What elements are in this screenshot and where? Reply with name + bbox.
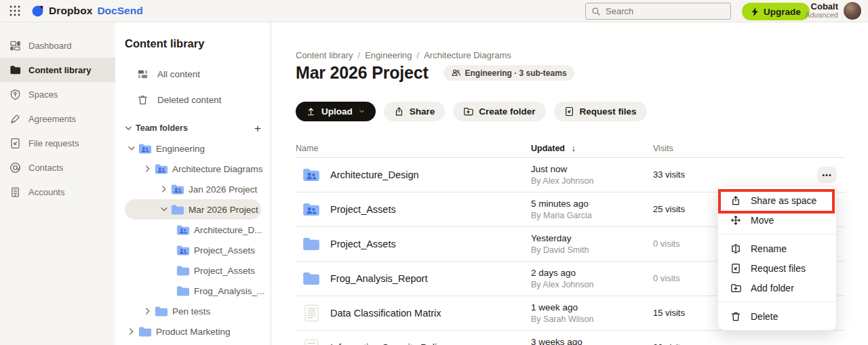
tree-item-project-assets[interactable]: Project_Assets [125, 260, 261, 281]
request-files-button[interactable]: Request files [554, 102, 647, 121]
trash-icon [730, 311, 741, 322]
sidebar-item-contacts[interactable]: Contacts [0, 155, 115, 180]
column-header-updated[interactable]: Updated ↓ [531, 144, 576, 153]
brand-logo[interactable]: Dropbox DocSend [31, 5, 143, 18]
breadcrumb-item-architecture-diagrams[interactable]: Architecture Diagrams [424, 50, 511, 60]
sidebar-item-accounts[interactable]: Accounts [0, 180, 115, 204]
folder-icon [155, 306, 168, 317]
menu-item-request-files[interactable]: Request files [718, 258, 836, 278]
chevron-down-icon [126, 143, 137, 154]
dropbox-logo-icon [31, 5, 44, 18]
top-bar: Dropbox DocSend Upgrade Cobalt Advanced [0, 0, 868, 22]
tree-item-architecture-d[interactable]: Architecture_D... [125, 220, 261, 240]
share-icon [394, 106, 404, 117]
menu-item-move[interactable]: Move [718, 210, 836, 230]
team-folders-label: Team folders [136, 123, 188, 133]
file-request-icon [730, 263, 741, 274]
tree-item-product-marketing[interactable]: Product Marketing [125, 321, 261, 342]
folder-tree: Engineering Architecture Diagrams Jan 20… [115, 138, 271, 342]
user-info: Cobalt Advanced [805, 2, 838, 20]
row-name: Project_Assets [330, 239, 396, 249]
upgrade-button[interactable]: Upgrade [742, 3, 810, 20]
row-updated: 1 week ago [531, 302, 578, 312]
menu-item-share-as-space[interactable]: Share as space [718, 190, 836, 210]
tree-item-frog-analysis[interactable]: Frog_Analysis_... [125, 281, 261, 301]
tree-item-jan-2026-project[interactable]: Jan 2026 Project [125, 179, 261, 199]
rename-icon [730, 243, 741, 254]
upload-icon [306, 106, 316, 117]
column-header-visits[interactable]: Visits [653, 144, 673, 153]
share-icon [730, 195, 741, 206]
tree-item-label: Frog_Analysis_... [194, 286, 264, 296]
folder-icon [176, 285, 190, 297]
sidebar-item-spaces[interactable]: Spaces [0, 82, 115, 106]
breadcrumb-item-engineering[interactable]: Engineering [365, 50, 412, 60]
trash-icon [137, 94, 149, 106]
sidebar-item-agreements[interactable]: Agreements [0, 106, 115, 131]
row-ellipsis-menu-button[interactable]: ••• [817, 167, 837, 183]
menu-item-rename[interactable]: Rename [718, 239, 836, 258]
sidebar-item-label: Accounts [28, 187, 64, 197]
row-visits: 33 visits [653, 169, 685, 180]
sidebar-item-file-requests[interactable]: File requests [0, 131, 115, 155]
agreements-icon [9, 113, 21, 125]
menu-item-label: Move [751, 215, 774, 226]
share-button[interactable]: Share [384, 102, 446, 121]
tree-item-engineering[interactable]: Engineering [125, 138, 261, 159]
shortcut-all-content[interactable]: All content [115, 61, 271, 87]
row-name: Architecture_Design [330, 169, 419, 180]
shared-folder-icon [155, 163, 168, 175]
search-box[interactable] [585, 3, 731, 20]
user-name: Cobalt [805, 2, 838, 11]
updated-header-label: Updated [531, 144, 565, 153]
shared-folder-icon [302, 202, 320, 217]
row-name: Information Security Policy [330, 342, 447, 345]
folder-icon [176, 265, 190, 277]
tree-item-label: Architecture_D... [194, 225, 262, 235]
folder-filled-icon [9, 64, 21, 76]
menu-item-label: Rename [751, 243, 787, 254]
avatar[interactable] [844, 2, 861, 20]
shortcut-deleted-content[interactable]: Deleted content [115, 87, 271, 113]
table-row-information-security-policy[interactable]: Information Security Policy 3 weeks ago … [296, 331, 846, 345]
team-folders-toggle[interactable]: Team folders + [123, 118, 261, 138]
add-team-folder-button[interactable]: + [254, 123, 261, 134]
chevron-right-icon [142, 306, 153, 317]
row-updated: 5 minutes ago [531, 199, 589, 209]
tree-item-label: Engineering [156, 144, 205, 154]
document-icon [304, 304, 319, 322]
sidebar-item-label: Agreements [28, 114, 76, 124]
menu-item-label: Add folder [751, 283, 794, 293]
team-badge-label: Engineering · 3 sub-teams [465, 68, 567, 78]
menu-item-label: Delete [751, 311, 778, 322]
dashboard-icon [9, 40, 21, 52]
tree-item-mar-2026-project[interactable]: Mar 2026 Project [125, 199, 261, 220]
row-visits: 15 visits [653, 308, 685, 318]
create-folder-button[interactable]: Create folder [453, 102, 545, 121]
sidebar-item-content-library[interactable]: Content library [0, 58, 115, 82]
sidebar-nav: Dashboard Content library Spaces Agreeme… [0, 22, 115, 345]
file-request-icon [564, 106, 574, 117]
tree-item-architecture-diagrams[interactable]: Architecture Diagrams [125, 159, 261, 179]
menu-item-add-folder[interactable]: Add folder [718, 278, 836, 298]
sidebar-item-dashboard[interactable]: Dashboard [0, 33, 115, 58]
shared-folder-icon [176, 245, 190, 256]
tree-item-label: Mar 2026 Project [189, 205, 258, 215]
row-visits: 0 visits [653, 273, 680, 283]
apps-grid-icon[interactable] [5, 3, 24, 19]
search-input[interactable] [606, 6, 714, 16]
row-visits: 33 visits [653, 342, 685, 345]
menu-item-label: Request files [751, 263, 806, 274]
folder-icon [171, 204, 184, 216]
row-updated-by: By Alex Johnson [531, 176, 593, 186]
chevron-down-icon [358, 108, 366, 115]
tree-item-project-assets[interactable]: Project_Assets [125, 240, 261, 260]
column-header-name[interactable]: Name [296, 144, 318, 153]
menu-item-delete[interactable]: Delete [718, 306, 836, 326]
sidebar-item-label: Dashboard [28, 41, 72, 51]
upload-button[interactable]: Upload [296, 102, 376, 121]
breadcrumb-item-content-library[interactable]: Content library [296, 50, 353, 60]
shortcut-label: All content [157, 69, 200, 79]
tree-item-pen-tests[interactable]: Pen tests [125, 301, 261, 321]
row-updated: Yesterday [531, 233, 572, 243]
